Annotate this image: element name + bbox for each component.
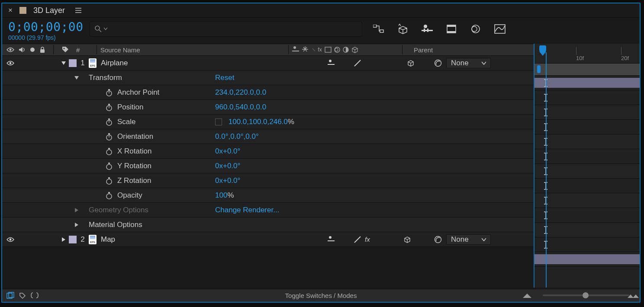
label-icon[interactable] bbox=[61, 46, 69, 54]
search-field[interactable] bbox=[90, 21, 362, 37]
twirl-right-icon[interactable] bbox=[61, 237, 66, 242]
prop-zrot[interactable]: Z Rotation 0x+0.0° bbox=[2, 173, 534, 188]
toggle-view-icons[interactable] bbox=[6, 292, 39, 300]
workarea-start-handle[interactable] bbox=[537, 65, 541, 74]
group-transform[interactable]: Transform Reset bbox=[2, 70, 534, 85]
collapse-icon[interactable] bbox=[354, 236, 361, 243]
tab-title[interactable]: 3D Layer bbox=[33, 6, 65, 15]
collapse-icon[interactable] bbox=[354, 59, 361, 67]
group-material[interactable]: Material Options bbox=[2, 217, 534, 232]
stopwatch-icon[interactable] bbox=[105, 89, 113, 96]
braces-icon[interactable] bbox=[31, 292, 39, 300]
change-renderer-link[interactable]: Change Renderer... bbox=[215, 206, 279, 214]
hide-shy-icon[interactable] bbox=[421, 23, 433, 35]
parent-select[interactable]: None bbox=[446, 234, 491, 245]
zoom-in-icon[interactable] bbox=[523, 293, 531, 299]
timecode[interactable]: 0;00;00;00 00000 (29.97 fps) bbox=[8, 21, 84, 41]
frameblend-col-icon[interactable] bbox=[325, 47, 332, 53]
stopwatch-icon[interactable] bbox=[105, 103, 113, 111]
mblur-col-icon[interactable] bbox=[334, 47, 340, 53]
render-queue-icon[interactable] bbox=[19, 292, 26, 300]
stopwatch-icon[interactable] bbox=[105, 177, 113, 185]
prop-value[interactable]: 100.0,100.0,246.0 bbox=[229, 118, 288, 126]
work-area-bar[interactable] bbox=[535, 64, 640, 76]
layer-bar[interactable] bbox=[535, 78, 640, 88]
source-header[interactable]: Source Name bbox=[100, 46, 140, 54]
playhead-handle[interactable] bbox=[538, 45, 547, 53]
prop-scale[interactable]: Scale 100.0,100.0,246.0% bbox=[2, 115, 534, 129]
twirl-down-icon[interactable] bbox=[74, 75, 79, 80]
prop-value[interactable]: 0x+0.0° bbox=[215, 147, 240, 155]
parent-header[interactable]: Parent bbox=[414, 46, 433, 54]
prop-position[interactable]: Position 960.0,540.0,0.0 bbox=[2, 100, 534, 115]
toggle-switches-button[interactable]: Toggle Switches / Modes bbox=[285, 292, 357, 299]
prop-value[interactable]: 0x+0.0° bbox=[215, 162, 240, 170]
stopwatch-icon[interactable] bbox=[105, 147, 113, 155]
group-geometry[interactable]: Geometry Options Change Renderer... bbox=[2, 203, 534, 217]
eye-icon[interactable] bbox=[6, 60, 14, 66]
pickwhip-icon[interactable] bbox=[434, 236, 442, 243]
layer-label-swatch[interactable] bbox=[69, 59, 77, 67]
twirl-right-icon[interactable] bbox=[74, 222, 79, 227]
reset-link[interactable]: Reset bbox=[215, 74, 234, 82]
prop-value[interactable]: 234.0,220.0,0.0 bbox=[215, 88, 266, 96]
prop-orientation[interactable]: Orientation 0.0°,0.0°,0.0° bbox=[2, 129, 534, 144]
search-input[interactable] bbox=[110, 25, 357, 33]
motion-blur-icon[interactable] bbox=[470, 23, 482, 35]
3d-icon[interactable] bbox=[404, 236, 411, 243]
shy-col-icon[interactable] bbox=[292, 46, 299, 54]
constrain-icon[interactable] bbox=[215, 118, 222, 125]
frame-blend-icon[interactable] bbox=[445, 23, 457, 35]
frames-icon[interactable] bbox=[6, 292, 14, 300]
prop-value[interactable]: 0x+0.0° bbox=[215, 176, 240, 185]
layer-row-2[interactable]: 2 Map fx bbox=[2, 232, 534, 247]
twirl-right-icon[interactable] bbox=[74, 208, 79, 213]
graph-editor-icon[interactable] bbox=[494, 23, 506, 35]
shy-icon[interactable] bbox=[328, 59, 335, 67]
layer-name[interactable]: Airplane bbox=[101, 59, 128, 67]
comp-color-swatch[interactable] bbox=[19, 7, 26, 14]
current-time[interactable]: 0;00;00;00 bbox=[8, 21, 84, 33]
parent-select[interactable]: None bbox=[446, 58, 491, 68]
adjust-col-icon[interactable] bbox=[343, 47, 349, 53]
pickwhip-icon[interactable] bbox=[434, 59, 442, 67]
tl-layer-1[interactable] bbox=[535, 76, 640, 90]
layer-label-swatch[interactable] bbox=[69, 236, 77, 243]
timeline-area[interactable]: 10f 20f bbox=[535, 44, 640, 288]
layer-name[interactable]: Map bbox=[101, 235, 115, 244]
stopwatch-icon[interactable] bbox=[105, 162, 113, 170]
in-point-marker[interactable] bbox=[544, 79, 547, 87]
solo-icon[interactable] bbox=[30, 47, 35, 52]
tl-layer-2[interactable] bbox=[535, 252, 640, 267]
twirl-down-icon[interactable] bbox=[61, 61, 66, 66]
prop-anchor[interactable]: Anchor Point 234.0,220.0,0.0 bbox=[2, 85, 534, 100]
eye-icon[interactable] bbox=[6, 47, 14, 53]
layer-bar[interactable] bbox=[535, 254, 640, 264]
lock-icon[interactable] bbox=[39, 46, 45, 53]
fx-col-icon[interactable]: ⟍ fx bbox=[311, 47, 322, 53]
prop-yrot[interactable]: Y Rotation 0x+0.0° bbox=[2, 159, 534, 173]
prop-xrot[interactable]: X Rotation 0x+0.0° bbox=[2, 144, 534, 159]
shy-icon[interactable] bbox=[328, 236, 335, 243]
layer-row-1[interactable]: 1 Airplane bbox=[2, 56, 534, 70]
prop-value[interactable]: 100 bbox=[215, 191, 227, 199]
3d-icon[interactable] bbox=[407, 60, 414, 67]
eye-icon[interactable] bbox=[6, 237, 14, 243]
prop-value[interactable]: 0.0°,0.0°,0.0° bbox=[215, 132, 259, 141]
3d-col-icon[interactable] bbox=[351, 46, 358, 53]
comp-flowchart-icon[interactable] bbox=[373, 23, 385, 35]
prop-opacity[interactable]: Opacity 100% bbox=[2, 188, 534, 203]
time-ruler[interactable]: 10f 20f bbox=[535, 44, 640, 64]
stopwatch-icon[interactable] bbox=[105, 133, 113, 141]
stopwatch-icon[interactable] bbox=[105, 118, 113, 126]
zoom-knob[interactable] bbox=[583, 292, 589, 298]
zoom-slider[interactable] bbox=[543, 291, 629, 299]
fx-icon[interactable]: fx bbox=[365, 236, 370, 243]
close-icon[interactable]: × bbox=[8, 6, 13, 15]
chevron-down-icon[interactable] bbox=[104, 27, 107, 31]
star-col-icon[interactable] bbox=[302, 46, 309, 53]
audio-icon[interactable] bbox=[19, 46, 26, 53]
stopwatch-icon[interactable] bbox=[105, 192, 113, 199]
zoom-out-icon[interactable] bbox=[628, 293, 640, 299]
draft3d-icon[interactable] bbox=[397, 23, 409, 35]
